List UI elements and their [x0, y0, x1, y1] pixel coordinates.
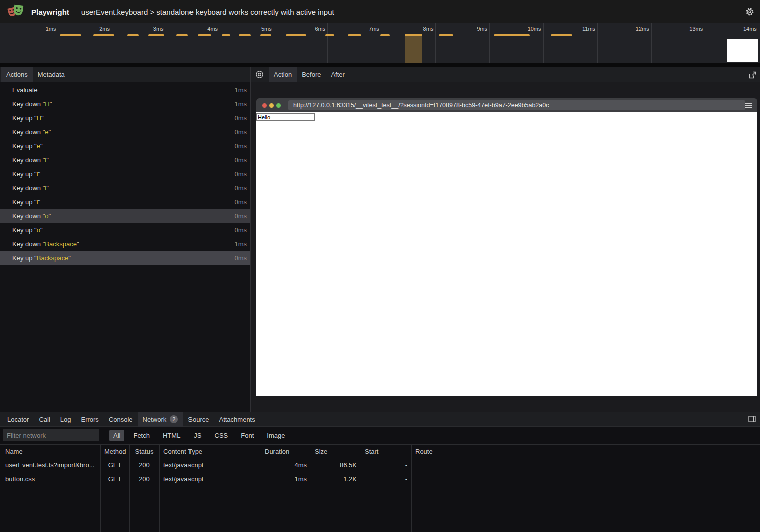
action-row[interactable]: Evaluate1ms — [0, 83, 250, 97]
column-header-name[interactable]: Name — [0, 448, 100, 455]
action-row[interactable]: Key up "l"0ms — [0, 195, 250, 209]
action-label: Key up "l" — [12, 170, 40, 178]
filter-chip-html[interactable]: HTML — [159, 430, 184, 441]
network-request-row[interactable]: button.cssGET200text/javascript1ms1.2K- — [0, 472, 760, 486]
actions-panel: ActionsMetadata Evaluate1msKey down "H"1… — [0, 67, 251, 412]
action-row[interactable]: Key up "Backspace"0ms — [0, 251, 250, 265]
tab-attachments[interactable]: Attachments — [214, 412, 260, 427]
network-type-filters: AllFetchHTMLJSCSSFontImage — [109, 427, 289, 444]
action-duration: 0ms — [234, 128, 247, 136]
action-row[interactable]: Key up "l"0ms — [0, 167, 250, 181]
snapshot-page — [256, 112, 757, 396]
address-bar: http://127.0.0.1:63315/__vitest_test__/?… — [288, 100, 745, 110]
tab-source[interactable]: Source — [183, 412, 214, 427]
column-header-method[interactable]: Method — [100, 448, 129, 455]
column-header-route[interactable]: Route — [411, 448, 760, 455]
network-request-row[interactable]: userEvent.test.ts?import&bro...GET200tex… — [0, 458, 760, 472]
playwright-logo-icon — [7, 4, 24, 20]
timeline-screenshot-thumbnail — [727, 39, 758, 62]
timeline-gridline — [166, 23, 166, 63]
column-header-size[interactable]: Size — [311, 448, 361, 455]
network-filter-row: AllFetchHTMLJSCSSFontImage — [0, 427, 760, 444]
filter-network-input[interactable] — [3, 429, 99, 441]
timeline-action-bar — [380, 34, 390, 36]
action-row[interactable]: Key down "o"0ms — [0, 209, 250, 223]
traffic-light-red — [262, 103, 267, 108]
tab-label: Errors — [81, 416, 98, 423]
action-row[interactable]: Key down "Backspace"1ms — [0, 237, 250, 251]
filter-chip-js[interactable]: JS — [189, 430, 205, 441]
action-label: Key down "Backspace" — [12, 240, 79, 248]
action-row[interactable]: Key up "e"0ms — [0, 139, 250, 153]
timeline-action-bar — [494, 34, 530, 36]
action-key-name: e — [45, 128, 48, 136]
timeline-action-bar — [148, 34, 164, 36]
column-separator — [261, 444, 261, 532]
tab-label: Console — [109, 416, 133, 423]
open-snapshot-popout-icon[interactable] — [749, 71, 756, 79]
timeline-tick-label: 12ms — [636, 26, 649, 32]
toggle-sidebar-icon[interactable] — [748, 416, 756, 422]
tab-console[interactable]: Console — [104, 412, 138, 427]
action-duration: 1ms — [234, 240, 247, 248]
filter-chip-css[interactable]: CSS — [211, 430, 232, 441]
action-key-name: Backspace — [45, 240, 77, 248]
timeline[interactable]: 1ms2ms3ms4ms5ms6ms7ms8ms9ms10ms11ms12ms1… — [0, 23, 760, 63]
action-duration: 0ms — [234, 254, 247, 262]
browser-snapshot: http://127.0.0.1:63315/__vitest_test__/?… — [256, 98, 757, 396]
tab-action[interactable]: Action — [269, 67, 297, 82]
action-label: Key down "H" — [12, 100, 52, 108]
timeline-tick-label: 2ms — [99, 26, 110, 32]
timeline-selected-range[interactable] — [405, 34, 422, 63]
column-header-start[interactable]: Start — [361, 448, 411, 455]
action-row[interactable]: Key down "H"1ms — [0, 97, 250, 111]
action-row[interactable]: Key up "o"0ms — [0, 223, 250, 237]
network-cell: 200 — [129, 475, 159, 483]
column-header-content-type[interactable]: Content Type — [159, 448, 261, 455]
column-header-status[interactable]: Status — [129, 448, 159, 455]
network-cell: button.css — [0, 475, 100, 483]
network-cell: 4ms — [261, 461, 311, 469]
timeline-tick-label: 8ms — [423, 26, 434, 32]
timeline-action-bar — [286, 34, 306, 36]
filter-chip-all[interactable]: All — [109, 430, 124, 441]
tab-before[interactable]: Before — [297, 67, 326, 82]
network-cell: 1.2K — [311, 475, 361, 483]
filter-chip-image[interactable]: Image — [263, 430, 289, 441]
pick-locator-target-icon[interactable] — [255, 70, 264, 79]
action-row[interactable]: Key down "l"0ms — [0, 181, 250, 195]
tab-label: Locator — [7, 416, 29, 423]
details-panel: LocatorCallLogErrorsConsoleNetwork2Sourc… — [0, 412, 760, 532]
timeline-action-bar — [60, 34, 81, 36]
tab-network[interactable]: Network2 — [138, 412, 183, 427]
details-tabbar: LocatorCallLogErrorsConsoleNetwork2Sourc… — [0, 412, 760, 427]
filter-chip-fetch[interactable]: Fetch — [129, 430, 154, 441]
filter-chip-font[interactable]: Font — [237, 430, 258, 441]
action-label: Key down "o" — [12, 212, 51, 220]
timeline-gridline — [705, 23, 705, 63]
tab-metadata[interactable]: Metadata — [33, 67, 70, 82]
action-key-name: o — [37, 226, 40, 234]
network-cell: - — [361, 475, 411, 483]
action-row[interactable]: Key down "e"0ms — [0, 125, 250, 139]
timeline-tick-label: 10ms — [528, 26, 541, 32]
hello-text-input[interactable] — [256, 113, 315, 121]
tab-after[interactable]: After — [326, 67, 349, 82]
tab-locator[interactable]: Locator — [2, 412, 34, 427]
tab-log[interactable]: Log — [55, 412, 76, 427]
action-key-name: H — [37, 114, 41, 122]
settings-gear-icon[interactable] — [745, 7, 754, 16]
action-duration: 0ms — [234, 170, 247, 178]
timeline-gridline — [274, 23, 274, 63]
network-cell: GET — [100, 461, 129, 469]
tab-actions[interactable]: Actions — [1, 67, 33, 82]
tab-call[interactable]: Call — [34, 412, 55, 427]
tab-label: Before — [302, 71, 321, 78]
action-row[interactable]: Key down "l"0ms — [0, 153, 250, 167]
snapshot-panel: ActionBeforeAfter http://127.0.0.1:63315… — [251, 67, 760, 412]
tab-errors[interactable]: Errors — [76, 412, 103, 427]
timeline-action-bar — [439, 34, 453, 36]
action-duration: 0ms — [234, 198, 247, 206]
column-header-duration[interactable]: Duration — [261, 448, 311, 455]
action-row[interactable]: Key up "H"0ms — [0, 111, 250, 125]
